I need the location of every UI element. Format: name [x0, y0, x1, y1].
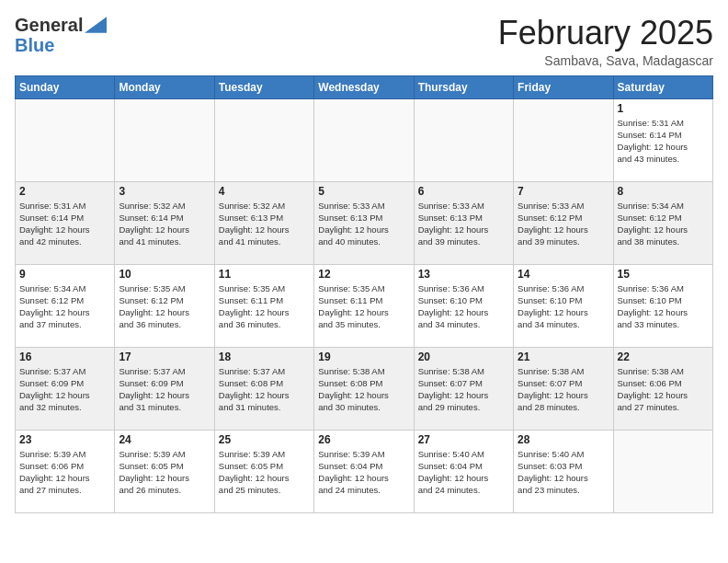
calendar-cell	[115, 98, 214, 181]
day-info: Sunrise: 5:38 AM Sunset: 6:07 PM Dayligh…	[518, 365, 609, 414]
day-info: Sunrise: 5:36 AM Sunset: 6:10 PM Dayligh…	[618, 282, 709, 331]
day-info: Sunrise: 5:40 AM Sunset: 6:03 PM Dayligh…	[518, 448, 609, 497]
day-number: 22	[618, 350, 709, 363]
day-number: 7	[518, 185, 609, 198]
calendar-cell	[314, 98, 414, 181]
day-info: Sunrise: 5:33 AM Sunset: 6:13 PM Dayligh…	[318, 200, 409, 248]
day-number: 28	[518, 433, 609, 446]
day-number: 15	[618, 268, 709, 281]
weekday-header-row: SundayMondayTuesdayWednesdayThursdayFrid…	[16, 75, 713, 98]
day-number: 13	[418, 268, 509, 281]
calendar-cell	[514, 98, 613, 181]
calendar-cell: 8Sunrise: 5:34 AM Sunset: 6:12 PM Daylig…	[613, 181, 712, 264]
logo-blue-text: Blue	[15, 35, 54, 55]
calendar-table: SundayMondayTuesdayWednesdayThursdayFrid…	[15, 75, 713, 513]
day-number: 12	[318, 268, 409, 281]
logo: General Blue	[15, 15, 107, 55]
weekday-sunday: Sunday	[16, 75, 115, 98]
day-info: Sunrise: 5:35 AM Sunset: 6:11 PM Dayligh…	[219, 282, 310, 331]
calendar-cell: 4Sunrise: 5:32 AM Sunset: 6:13 PM Daylig…	[214, 181, 313, 264]
calendar-cell: 16Sunrise: 5:37 AM Sunset: 6:09 PM Dayli…	[16, 347, 115, 430]
day-number: 21	[518, 350, 609, 363]
day-number: 16	[19, 350, 110, 363]
calendar-week-2: 2Sunrise: 5:31 AM Sunset: 6:14 PM Daylig…	[16, 181, 713, 264]
day-info: Sunrise: 5:31 AM Sunset: 6:14 PM Dayligh…	[618, 117, 709, 166]
weekday-friday: Friday	[514, 75, 613, 98]
calendar-cell	[613, 430, 712, 512]
weekday-tuesday: Tuesday	[214, 75, 313, 98]
day-number: 10	[119, 268, 210, 281]
calendar-cell	[214, 98, 313, 181]
day-info: Sunrise: 5:33 AM Sunset: 6:13 PM Dayligh…	[418, 200, 509, 248]
day-info: Sunrise: 5:36 AM Sunset: 6:10 PM Dayligh…	[418, 282, 509, 331]
weekday-saturday: Saturday	[613, 75, 712, 98]
day-info: Sunrise: 5:38 AM Sunset: 6:06 PM Dayligh…	[618, 365, 709, 414]
day-number: 3	[119, 185, 210, 198]
calendar-cell: 13Sunrise: 5:36 AM Sunset: 6:10 PM Dayli…	[414, 264, 513, 347]
calendar-cell: 6Sunrise: 5:33 AM Sunset: 6:13 PM Daylig…	[414, 181, 513, 264]
day-number: 5	[318, 185, 409, 198]
day-info: Sunrise: 5:36 AM Sunset: 6:10 PM Dayligh…	[518, 282, 609, 331]
day-info: Sunrise: 5:35 AM Sunset: 6:12 PM Dayligh…	[119, 282, 210, 331]
calendar-cell: 14Sunrise: 5:36 AM Sunset: 6:10 PM Dayli…	[514, 264, 613, 347]
calendar-cell: 9Sunrise: 5:34 AM Sunset: 6:12 PM Daylig…	[16, 264, 115, 347]
day-number: 1	[618, 102, 709, 115]
day-number: 8	[618, 185, 709, 198]
calendar-cell	[414, 98, 513, 181]
day-number: 25	[219, 433, 310, 446]
calendar-cell: 3Sunrise: 5:32 AM Sunset: 6:14 PM Daylig…	[115, 181, 214, 264]
calendar-cell: 11Sunrise: 5:35 AM Sunset: 6:11 PM Dayli…	[214, 264, 313, 347]
calendar-title: February 2025	[498, 15, 713, 52]
day-number: 19	[318, 350, 409, 363]
calendar-cell: 5Sunrise: 5:33 AM Sunset: 6:13 PM Daylig…	[314, 181, 414, 264]
calendar-cell: 28Sunrise: 5:40 AM Sunset: 6:03 PM Dayli…	[514, 430, 613, 512]
day-info: Sunrise: 5:38 AM Sunset: 6:07 PM Dayligh…	[418, 365, 509, 414]
day-info: Sunrise: 5:37 AM Sunset: 6:08 PM Dayligh…	[219, 365, 310, 414]
calendar-cell: 15Sunrise: 5:36 AM Sunset: 6:10 PM Dayli…	[613, 264, 712, 347]
calendar-cell: 7Sunrise: 5:33 AM Sunset: 6:12 PM Daylig…	[514, 181, 613, 264]
calendar-cell: 25Sunrise: 5:39 AM Sunset: 6:05 PM Dayli…	[214, 430, 313, 512]
day-number: 18	[219, 350, 310, 363]
day-info: Sunrise: 5:38 AM Sunset: 6:08 PM Dayligh…	[318, 365, 409, 414]
day-number: 26	[318, 433, 409, 446]
day-number: 2	[19, 185, 110, 198]
title-block: February 2025 Sambava, Sava, Madagascar	[498, 15, 713, 68]
day-info: Sunrise: 5:39 AM Sunset: 6:06 PM Dayligh…	[19, 448, 110, 497]
calendar-cell: 20Sunrise: 5:38 AM Sunset: 6:07 PM Dayli…	[414, 347, 513, 430]
calendar-cell: 27Sunrise: 5:40 AM Sunset: 6:04 PM Dayli…	[414, 430, 513, 512]
logo-icon	[85, 17, 107, 33]
day-info: Sunrise: 5:34 AM Sunset: 6:12 PM Dayligh…	[19, 282, 110, 331]
day-number: 14	[518, 268, 609, 281]
calendar-cell: 12Sunrise: 5:35 AM Sunset: 6:11 PM Dayli…	[314, 264, 414, 347]
svg-marker-0	[85, 17, 107, 33]
calendar-cell: 26Sunrise: 5:39 AM Sunset: 6:04 PM Dayli…	[314, 430, 414, 512]
day-info: Sunrise: 5:37 AM Sunset: 6:09 PM Dayligh…	[19, 365, 110, 414]
page-header: General Blue February 2025 Sambava, Sava…	[15, 15, 713, 68]
calendar-week-5: 23Sunrise: 5:39 AM Sunset: 6:06 PM Dayli…	[16, 430, 713, 512]
logo-general-text: General	[15, 15, 83, 35]
calendar-week-4: 16Sunrise: 5:37 AM Sunset: 6:09 PM Dayli…	[16, 347, 713, 430]
day-info: Sunrise: 5:35 AM Sunset: 6:11 PM Dayligh…	[318, 282, 409, 331]
day-info: Sunrise: 5:39 AM Sunset: 6:05 PM Dayligh…	[119, 448, 210, 497]
calendar-cell: 24Sunrise: 5:39 AM Sunset: 6:05 PM Dayli…	[115, 430, 214, 512]
day-number: 17	[119, 350, 210, 363]
calendar-cell: 19Sunrise: 5:38 AM Sunset: 6:08 PM Dayli…	[314, 347, 414, 430]
day-number: 4	[219, 185, 310, 198]
day-info: Sunrise: 5:37 AM Sunset: 6:09 PM Dayligh…	[119, 365, 210, 414]
day-info: Sunrise: 5:39 AM Sunset: 6:04 PM Dayligh…	[318, 448, 409, 497]
day-number: 24	[119, 433, 210, 446]
day-info: Sunrise: 5:39 AM Sunset: 6:05 PM Dayligh…	[219, 448, 310, 497]
day-info: Sunrise: 5:34 AM Sunset: 6:12 PM Dayligh…	[618, 200, 709, 248]
day-number: 6	[418, 185, 509, 198]
weekday-thursday: Thursday	[414, 75, 513, 98]
day-number: 27	[418, 433, 509, 446]
calendar-cell: 10Sunrise: 5:35 AM Sunset: 6:12 PM Dayli…	[115, 264, 214, 347]
day-info: Sunrise: 5:32 AM Sunset: 6:14 PM Dayligh…	[119, 200, 210, 248]
calendar-cell: 18Sunrise: 5:37 AM Sunset: 6:08 PM Dayli…	[214, 347, 313, 430]
day-info: Sunrise: 5:40 AM Sunset: 6:04 PM Dayligh…	[418, 448, 509, 497]
calendar-week-3: 9Sunrise: 5:34 AM Sunset: 6:12 PM Daylig…	[16, 264, 713, 347]
day-info: Sunrise: 5:32 AM Sunset: 6:13 PM Dayligh…	[219, 200, 310, 248]
calendar-week-1: 1Sunrise: 5:31 AM Sunset: 6:14 PM Daylig…	[16, 98, 713, 181]
day-number: 23	[19, 433, 110, 446]
day-number: 11	[219, 268, 310, 281]
